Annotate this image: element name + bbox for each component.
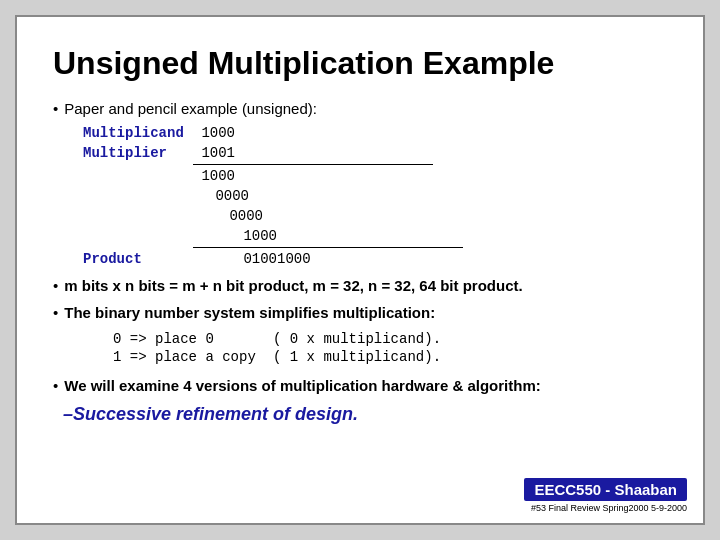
partial-1-value: 1000 xyxy=(201,168,235,184)
italic-refinement-text: –Successive refinement of design. xyxy=(63,404,667,425)
place-0-desc: ( 0 x multiplicand). xyxy=(273,331,441,347)
product-value: 01001000 xyxy=(243,251,310,267)
partial-row-4: 1000 xyxy=(83,226,667,246)
multiplicand-label: Multiplicand xyxy=(83,123,193,143)
slide: Unsigned Multiplication Example • Paper … xyxy=(15,15,705,525)
bullet-3-row: • The binary number system simplifies mu… xyxy=(53,304,667,321)
partial-row-2: 0000 xyxy=(83,186,667,206)
bullet-3-text: The binary number system simplifies mult… xyxy=(64,304,435,321)
multiplier-row: Multiplier 1001 xyxy=(83,143,667,163)
partial-row-3: 0000 xyxy=(83,206,667,226)
bullet-4-row: • We will examine 4 versions of multipli… xyxy=(53,377,667,394)
product-row: Product 01001000 xyxy=(83,249,667,269)
place-1-desc: ( 1 x multiplicand). xyxy=(273,349,441,365)
bullet-1-row: • Paper and pencil example (unsigned): xyxy=(53,100,667,117)
bullet-1-text: Paper and pencil example (unsigned): xyxy=(64,100,317,117)
product-label: Product xyxy=(83,249,193,269)
bullet-4-text: We will examine 4 versions of multiplica… xyxy=(64,377,541,394)
multiplicand-value: 1000 xyxy=(201,125,235,141)
partial-2-value: 0000 xyxy=(215,188,249,204)
partial-3-value: 0000 xyxy=(229,208,263,224)
partial-4-value: 1000 xyxy=(243,228,277,244)
multiplication-block: Multiplicand 1000 Multiplier 1001 1000 0… xyxy=(83,123,667,269)
place-row-0: 0 => place 0 ( 0 x multiplicand). xyxy=(113,331,667,347)
bullet-1-marker: • xyxy=(53,100,58,117)
bullet-2-text: m bits x n bits = m + n bit product, m =… xyxy=(64,277,522,294)
place-row-1: 1 => place a copy ( 1 x multiplicand). xyxy=(113,349,667,365)
place-0-code: 0 => place 0 xyxy=(113,331,273,347)
footer-small-text: #53 Final Review Spring2000 5-9-2000 xyxy=(531,503,687,513)
footer: EECC550 - Shaaban #53 Final Review Sprin… xyxy=(524,478,687,513)
multiplier-label: Multiplier xyxy=(83,143,193,163)
bullet-4-marker: • xyxy=(53,377,58,394)
slide-title: Unsigned Multiplication Example xyxy=(53,45,667,82)
bullet-2-row: • m bits x n bits = m + n bit product, m… xyxy=(53,277,667,294)
multiplier-value: 1001 xyxy=(201,145,235,161)
place-section: 0 => place 0 ( 0 x multiplicand). 1 => p… xyxy=(113,331,667,367)
place-1-code: 1 => place a copy xyxy=(113,349,273,365)
partial-row-1: 1000 xyxy=(83,166,667,186)
bullet-2-marker: • xyxy=(53,277,58,294)
footer-brand-box: EECC550 - Shaaban xyxy=(524,478,687,501)
multiplicand-row: Multiplicand 1000 xyxy=(83,123,667,143)
bullet-3-marker: • xyxy=(53,304,58,321)
